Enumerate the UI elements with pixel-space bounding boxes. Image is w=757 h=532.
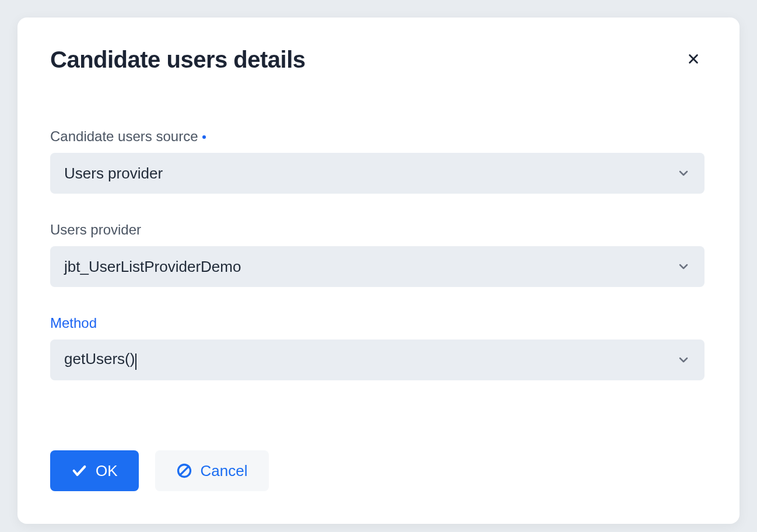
users-provider-group: Users provider jbt_UserListProviderDemo [50,222,705,287]
ban-icon [176,463,192,479]
modal-header: Candidate users details [50,47,705,73]
required-indicator-icon [202,135,206,139]
candidate-users-source-select[interactable]: Users provider [50,153,705,194]
close-icon [687,52,700,67]
select-value-wrapper: getUsers() [64,350,136,370]
candidate-users-source-label: Candidate users source [50,128,705,145]
candidate-users-source-group: Candidate users source Users provider [50,128,705,194]
close-button[interactable] [682,48,705,72]
chevron-down-icon [677,353,691,367]
select-value: getUsers() [64,350,135,368]
label-text: Candidate users source [50,128,198,145]
select-value: Users provider [64,164,163,183]
chevron-down-icon [677,260,691,274]
users-provider-select[interactable]: jbt_UserListProviderDemo [50,246,705,287]
chevron-down-icon [677,166,691,180]
ok-button[interactable]: OK [50,450,139,491]
users-provider-label: Users provider [50,222,705,238]
form-body: Candidate users source Users provider Us… [50,128,705,380]
candidate-users-details-modal: Candidate users details Candidate users … [17,18,740,524]
cancel-button[interactable]: Cancel [155,450,269,491]
method-label: Method [50,315,705,331]
svg-line-3 [180,466,188,475]
button-label: OK [96,462,118,480]
button-label: Cancel [201,462,248,480]
method-group: Method getUsers() [50,315,705,380]
method-select[interactable]: getUsers() [50,340,705,380]
text-cursor [135,354,136,370]
select-value: jbt_UserListProviderDemo [64,258,241,276]
check-icon [71,463,87,479]
modal-footer: OK Cancel [50,450,705,491]
modal-title: Candidate users details [50,47,306,73]
